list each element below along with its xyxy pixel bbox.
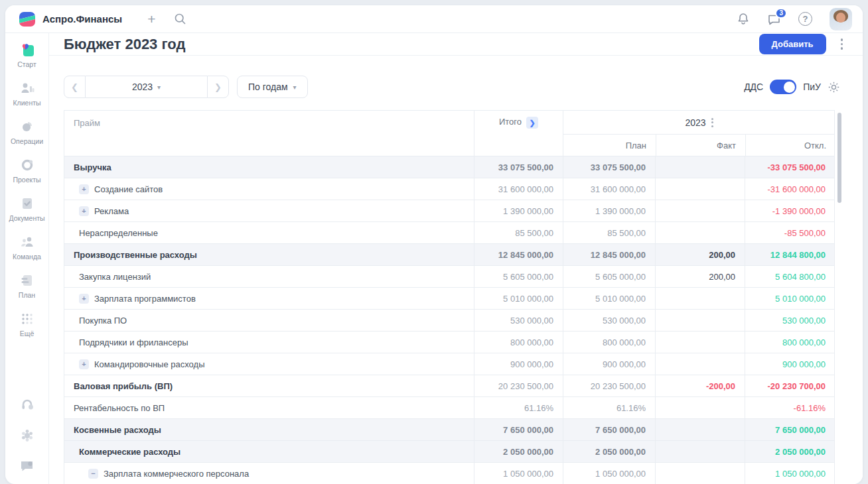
plan-cell[interactable]: 7 650 000,00 bbox=[563, 419, 655, 440]
plan-cell[interactable]: 12 845 000,00 bbox=[563, 244, 655, 265]
plan-cell[interactable]: 800 000,00 bbox=[563, 332, 655, 353]
expand-row-icon[interactable]: + bbox=[79, 294, 89, 304]
year-switcher: ❮ 2023▾ ❯ bbox=[64, 76, 229, 98]
total-cell[interactable]: 5 605 000,00 bbox=[474, 266, 563, 287]
deviation-cell[interactable]: 5 604 800,00 bbox=[745, 266, 835, 287]
collapse-row-icon[interactable]: − bbox=[88, 469, 98, 479]
total-cell[interactable]: 12 845 000,00 bbox=[474, 244, 563, 265]
plan-cell[interactable]: 31 600 000,00 bbox=[563, 178, 655, 200]
total-cell[interactable]: 1 390 000,00 bbox=[474, 200, 563, 221]
fact-cell[interactable] bbox=[655, 222, 745, 243]
deviation-cell[interactable]: 5 010 000,00 bbox=[745, 288, 835, 309]
plan-cell[interactable]: 20 230 500,00 bbox=[563, 375, 655, 396]
plan-cell[interactable]: 1 390 000,00 bbox=[563, 200, 655, 221]
plan-cell[interactable]: 33 075 500,00 bbox=[563, 156, 655, 178]
plan-cell[interactable]: 530 000,00 bbox=[563, 310, 655, 331]
total-cell[interactable]: 5 010 000,00 bbox=[474, 288, 563, 309]
deviation-cell[interactable]: -31 600 000,00 bbox=[745, 178, 835, 200]
next-year-button[interactable]: ❯ bbox=[207, 76, 229, 98]
expand-row-icon[interactable]: + bbox=[79, 206, 89, 216]
vertical-scrollbar-thumb[interactable] bbox=[837, 113, 841, 203]
year-select[interactable]: 2023▾ bbox=[86, 76, 207, 98]
sidebar-item-more[interactable]: Ещё bbox=[7, 310, 47, 337]
period-select[interactable]: По годам▾ bbox=[237, 76, 308, 98]
total-cell[interactable]: 33 075 500,00 bbox=[474, 156, 563, 178]
total-cell[interactable]: 61.16% bbox=[474, 397, 563, 418]
add-button[interactable]: Добавить bbox=[759, 34, 826, 54]
row-name-cell: Нераспределенные bbox=[64, 222, 474, 243]
fact-cell[interactable]: 200,00 bbox=[655, 244, 745, 265]
sidebar-item-projects[interactable]: Проекты bbox=[7, 156, 47, 184]
plan-cell[interactable]: 5 605 000,00 bbox=[563, 266, 655, 287]
prev-year-button[interactable]: ❮ bbox=[64, 76, 86, 98]
fact-cell[interactable] bbox=[655, 353, 745, 375]
deviation-cell[interactable]: -1 390 000,00 bbox=[745, 200, 835, 221]
total-cell[interactable]: 31 600 000,00 bbox=[474, 178, 563, 200]
fact-cell[interactable] bbox=[655, 156, 745, 178]
create-plus-icon[interactable]: + bbox=[147, 12, 155, 26]
fact-cell[interactable] bbox=[655, 397, 745, 418]
deviation-cell[interactable]: 7 650 000,00 bbox=[745, 419, 835, 440]
total-cell[interactable]: 900 000,00 bbox=[474, 353, 563, 375]
page-menu-kebab-icon[interactable] bbox=[838, 36, 846, 52]
deviation-cell[interactable]: 530 000,00 bbox=[745, 310, 835, 331]
deviation-cell[interactable]: -33 075 500,00 bbox=[745, 156, 835, 178]
expand-row-icon[interactable]: + bbox=[79, 359, 89, 369]
row-label: Рентабельность по ВП bbox=[74, 403, 165, 413]
sidebar-item-start[interactable]: Старт bbox=[7, 41, 47, 68]
total-cell[interactable]: 530 000,00 bbox=[474, 310, 563, 331]
deviation-cell[interactable]: 800 000,00 bbox=[745, 332, 835, 353]
fact-cell[interactable] bbox=[655, 200, 745, 221]
plan-cell[interactable]: 2 050 000,00 bbox=[563, 441, 655, 462]
deviation-cell[interactable]: -85 500,00 bbox=[745, 222, 835, 243]
total-cell[interactable]: 2 050 000,00 bbox=[474, 441, 563, 462]
plan-cell[interactable]: 61.16% bbox=[563, 397, 655, 418]
deviation-cell[interactable]: 2 050 000,00 bbox=[745, 441, 835, 462]
deviation-cell[interactable]: -61.16% bbox=[745, 397, 835, 418]
total-cell[interactable]: 1 050 000,00 bbox=[474, 463, 563, 484]
sidebar-item-operations[interactable]: Операции bbox=[7, 118, 47, 145]
help-icon[interactable]: ? bbox=[798, 12, 812, 26]
expand-row-icon[interactable]: + bbox=[79, 184, 89, 194]
fact-cell[interactable]: 200,00 bbox=[655, 266, 745, 287]
messages-icon[interactable]: 3 bbox=[767, 13, 781, 26]
fact-cell[interactable] bbox=[655, 463, 745, 484]
deviation-cell[interactable]: 12 844 800,00 bbox=[745, 244, 835, 265]
page-header: Бюджет 2023 год Добавить bbox=[49, 33, 863, 56]
fact-cell[interactable] bbox=[655, 332, 745, 353]
support-icon[interactable] bbox=[19, 396, 36, 414]
deviation-cell[interactable]: 1 050 000,00 bbox=[745, 463, 835, 484]
fact-cell[interactable] bbox=[655, 419, 745, 440]
plan-cell[interactable]: 900 000,00 bbox=[563, 353, 655, 375]
total-cell[interactable]: 85 500,00 bbox=[474, 222, 563, 243]
dds-piu-toggle[interactable] bbox=[770, 80, 796, 94]
fact-cell[interactable] bbox=[655, 310, 745, 331]
search-icon[interactable] bbox=[174, 13, 186, 25]
sidebar-item-team[interactable]: Команда bbox=[7, 233, 47, 261]
app-window: Аспро.Финансы + 3 ? bbox=[5, 5, 863, 484]
feedback-bubble-icon[interactable] bbox=[19, 457, 36, 475]
sidebar-item-documents[interactable]: Документы bbox=[7, 195, 47, 222]
notifications-bell-icon[interactable] bbox=[737, 12, 750, 26]
plan-cell[interactable]: 1 050 000,00 bbox=[563, 463, 655, 484]
total-cell[interactable]: 20 230 500,00 bbox=[474, 375, 563, 396]
table-settings-gear-icon[interactable] bbox=[828, 81, 840, 93]
main-area: Бюджет 2023 год Добавить ❮ 2023▾ ❯ По го… bbox=[49, 33, 863, 484]
total-cell[interactable]: 800 000,00 bbox=[474, 332, 563, 353]
deviation-cell[interactable]: 900 000,00 bbox=[745, 353, 835, 375]
fact-cell[interactable] bbox=[655, 288, 745, 309]
expand-total-chevron-icon[interactable]: ❯ bbox=[526, 117, 538, 129]
plan-cell[interactable]: 5 010 000,00 bbox=[563, 288, 655, 309]
plan-cell[interactable]: 85 500,00 bbox=[563, 222, 655, 243]
sidebar-item-clients[interactable]: Клиенты bbox=[7, 80, 47, 107]
budget-table: Прайм Итого ❯ 2023 План bbox=[64, 110, 835, 484]
year-column-kebab-icon[interactable] bbox=[711, 118, 713, 127]
fact-cell[interactable] bbox=[655, 441, 745, 462]
fact-cell[interactable] bbox=[655, 178, 745, 200]
user-avatar[interactable] bbox=[830, 8, 852, 30]
settings-flower-icon[interactable] bbox=[19, 427, 36, 444]
deviation-cell[interactable]: -20 230 700,00 bbox=[745, 375, 835, 396]
total-cell[interactable]: 7 650 000,00 bbox=[474, 419, 563, 440]
sidebar-item-plan[interactable]: План bbox=[7, 272, 47, 299]
fact-cell[interactable]: -200,00 bbox=[655, 375, 745, 396]
